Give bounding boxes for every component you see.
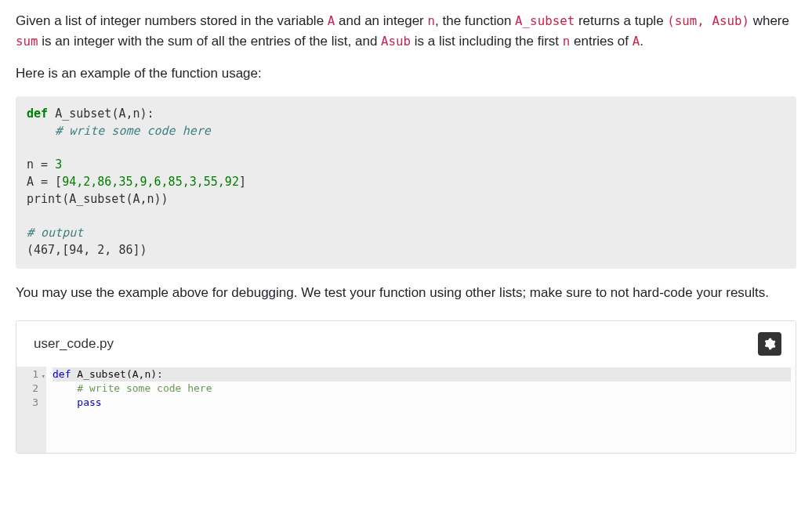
assign-n: n = (27, 157, 55, 172)
gutter-line: 1▾ (21, 367, 38, 382)
list-nums: 94,2,86,35,9,6,85,3,55,92 (62, 175, 239, 189)
assign-A-close: ] (239, 175, 246, 189)
output-value: (467,[94, 2, 86]) (27, 243, 147, 257)
code-line: def A_subset(A,n): (53, 367, 791, 382)
followup-paragraph: You may use the example above for debugg… (16, 283, 796, 303)
fn-params: (A,n): (111, 107, 154, 121)
inline-code-A2: A (633, 34, 640, 49)
fold-icon[interactable]: ▾ (42, 369, 45, 383)
example-code-block: def A_subset(A,n): # write some code her… (16, 96, 796, 269)
kw-pass: pass (77, 396, 101, 408)
inline-code-n2: n (563, 34, 571, 49)
inline-code-sum: sum (16, 34, 38, 49)
kw-def: def (53, 368, 71, 380)
code-line: # write some code here (53, 382, 791, 396)
editor-gutter: 1▾ 2 3 (16, 367, 46, 453)
fn-name: A_subset (55, 107, 111, 121)
indent (53, 396, 77, 408)
text: Given a list of integer numbers stored i… (16, 13, 328, 28)
editor-header: user_code.py (16, 321, 796, 367)
text: where (749, 13, 789, 28)
code-editor-card: user_code.py 1▾ 2 3 def A_subset(A,n): #… (16, 320, 796, 454)
text: is an integer with the sum of all the en… (38, 34, 382, 49)
inline-code-A_subset: A_subset (515, 13, 575, 28)
inline-code-n: n (428, 13, 436, 28)
problem-paragraph-1: Given a list of integer numbers stored i… (16, 11, 796, 52)
editor-code-area[interactable]: def A_subset(A,n): # write some code her… (46, 367, 796, 453)
text: returns a tuple (575, 13, 667, 28)
line-number: 3 (32, 396, 38, 408)
editor-settings-button[interactable] (758, 332, 781, 356)
inline-code-tuple: (sum, Asub) (667, 13, 749, 28)
comment-1: # write some code here (55, 124, 211, 138)
num-3: 3 (55, 157, 62, 172)
comment-output: # output (27, 226, 83, 240)
text: is a list including the first (411, 34, 563, 49)
comment: # write some code here (53, 382, 212, 394)
editor-filename: user_code.py (34, 334, 114, 354)
gutter-line: 3 (21, 396, 38, 410)
assign-A-open: A = [ (27, 175, 62, 189)
inline-code-A: A (328, 13, 335, 28)
code-line: pass (53, 396, 791, 410)
inline-code-Asub: Asub (381, 34, 411, 49)
print-call: print(A_subset(A,n)) (27, 192, 169, 206)
example-lead: Here is an example of the function usage… (16, 63, 796, 84)
line-number: 2 (32, 382, 38, 394)
fn-signature: A_subset(A,n): (71, 368, 162, 380)
text: . (640, 34, 643, 49)
text: entries of (570, 34, 632, 49)
line-number: 1 (32, 368, 38, 380)
editor-body[interactable]: 1▾ 2 3 def A_subset(A,n): # write some c… (16, 367, 796, 453)
gear-icon (763, 338, 776, 350)
text: , the function (435, 13, 515, 28)
gutter-line: 2 (21, 382, 38, 396)
kw-def: def (27, 107, 48, 121)
text: and an integer (335, 13, 427, 28)
